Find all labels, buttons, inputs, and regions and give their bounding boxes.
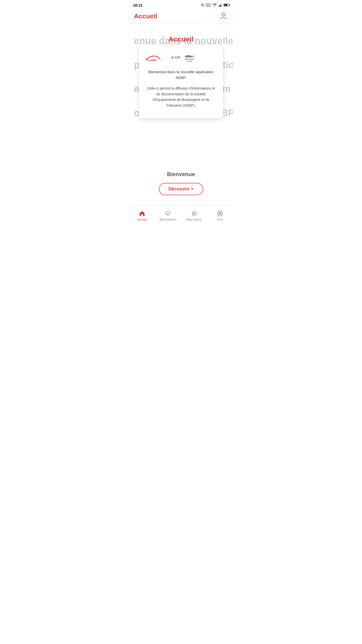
star-icon bbox=[191, 210, 198, 217]
card-logos: Pavailler ✳ CFI BERTRANDPUMA bbox=[145, 53, 217, 62]
svg-rect-3 bbox=[221, 3, 222, 7]
sd-card-icon: SD bbox=[206, 3, 211, 7]
home-icon bbox=[139, 210, 146, 217]
nav-label-accueil: Accueil bbox=[137, 218, 147, 221]
nav-item-mes-favoris[interactable]: Mes favoris bbox=[181, 210, 207, 221]
status-icons: ⚙ SD bbox=[201, 3, 229, 7]
profile-icon bbox=[219, 12, 228, 20]
svg-point-4 bbox=[222, 13, 225, 16]
nav-item-mes-editions[interactable]: Mes éditions bbox=[155, 210, 181, 221]
nav-item-plus[interactable]: Plus bbox=[207, 210, 233, 221]
download-cloud-icon bbox=[164, 210, 171, 217]
overlay-title: Accueil bbox=[129, 35, 233, 43]
app-header: Accueil bbox=[129, 9, 233, 23]
nav-label-mes-editions: Mes éditions bbox=[160, 218, 176, 221]
battery-icon bbox=[223, 4, 229, 7]
svg-rect-0 bbox=[218, 6, 219, 7]
svg-marker-7 bbox=[192, 211, 196, 216]
nav-label-plus: Plus bbox=[217, 218, 223, 221]
svg-rect-2 bbox=[220, 4, 221, 7]
welcome-card: Pavailler ✳ CFI BERTRANDPUMA Bienvenue d… bbox=[139, 45, 223, 118]
pavailler-logo: Pavailler bbox=[145, 54, 168, 61]
wifi-icon bbox=[212, 3, 217, 7]
bottom-nav: Accueil Mes éditions Mes favoris bbox=[129, 205, 233, 225]
profile-button[interactable] bbox=[219, 12, 228, 21]
nav-label-mes-favoris: Mes favoris bbox=[186, 218, 202, 221]
cfi-logo: ✳ CFI bbox=[171, 55, 180, 60]
app-title: Accueil bbox=[134, 12, 157, 20]
status-time: 18:21 bbox=[133, 3, 143, 7]
decouvrir-button[interactable]: Découvrir > bbox=[159, 183, 203, 195]
bienvenue-label: Bienvenue bbox=[129, 171, 233, 178]
card-description-text: Celle-ci permet la diffusion d'informati… bbox=[145, 86, 217, 108]
more-icon bbox=[216, 210, 223, 217]
nav-item-accueil[interactable]: Accueil bbox=[129, 210, 155, 221]
status-bar: 18:21 ⚙ SD bbox=[129, 0, 233, 9]
bertrand-puma-logo: BERTRANDPUMA bbox=[183, 53, 196, 62]
card-welcome-text: Bienvenue dans la nouvelle application S… bbox=[145, 69, 217, 80]
svg-text:Pavailler: Pavailler bbox=[146, 58, 157, 61]
svg-rect-1 bbox=[219, 5, 220, 7]
gear-icon: ⚙ bbox=[201, 3, 204, 7]
signal-icon bbox=[218, 3, 222, 7]
